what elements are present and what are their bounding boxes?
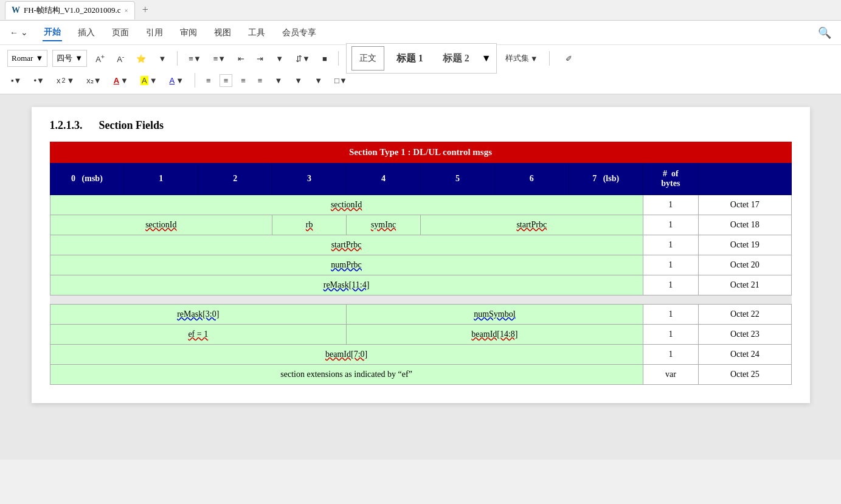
cell-bytes-2: 1 bbox=[643, 215, 698, 235]
font-decrease-icon: A- bbox=[117, 53, 124, 64]
ordered-list-button[interactable]: ≡▼ bbox=[210, 53, 229, 64]
cell-startprbc-2: startPrbc bbox=[420, 215, 643, 235]
font-decrease-button[interactable]: A- bbox=[113, 52, 128, 65]
menu-item-vip[interactable]: 会员专享 bbox=[281, 25, 317, 41]
cell-remask-11-4: reMask[11:4] bbox=[50, 275, 643, 295]
font-color-button[interactable]: ▼ bbox=[154, 53, 170, 64]
cell-bytes-t2-1: 1 bbox=[643, 305, 698, 325]
font-size-dropdown-icon: ▼ bbox=[75, 54, 83, 63]
cell-ef: ef = 1 bbox=[50, 325, 347, 345]
style-biaoti2-label: 标题 2 bbox=[443, 52, 469, 65]
align-right-button[interactable]: ≡ bbox=[237, 75, 249, 86]
beamid-7-0-text: beamId[7:0] bbox=[325, 350, 367, 359]
cell-octet-t2-1: Octet 22 bbox=[699, 305, 791, 325]
align-left-button[interactable]: ≡ bbox=[202, 75, 215, 86]
new-tab-button[interactable]: + bbox=[137, 4, 153, 16]
menu-item-view[interactable]: 视图 bbox=[213, 25, 232, 41]
cell-bytes-t2-4: var bbox=[643, 365, 698, 385]
numprbc-text: numPrbc bbox=[331, 260, 362, 269]
border-button[interactable]: □▼ bbox=[331, 75, 351, 86]
table-header-row: 0 (msb) 1 2 3 4 5 6 7 (lsb) # ofbytes bbox=[50, 163, 791, 195]
header-col-bytes: # ofbytes bbox=[643, 163, 698, 195]
align-center-button[interactable]: ≡ bbox=[220, 74, 233, 87]
cell-numprbc: numPrbc bbox=[50, 255, 643, 275]
style-set-button[interactable]: 样式集 ▼ bbox=[502, 52, 542, 65]
font-family-dropdown-icon: ▼ bbox=[35, 54, 43, 63]
header-col-3: 3 bbox=[272, 163, 347, 195]
menu-bar: ← ⌄ 开始 插入 页面 引用 审阅 视图 工具 会员专享 🔍 bbox=[0, 21, 841, 45]
header-col-7: 7 (lsb) bbox=[569, 163, 643, 195]
syminc-text: symInc bbox=[371, 220, 396, 229]
format-clear-button[interactable]: ⭐ bbox=[133, 53, 150, 64]
style-zhengwen-label: 正文 bbox=[359, 53, 376, 64]
font-color3-icon: A bbox=[170, 76, 175, 85]
cell-octet-5: Octet 21 bbox=[699, 275, 791, 295]
table-row-5: reMask[11:4] 1 Octet 21 bbox=[50, 275, 791, 295]
font-size-selector[interactable]: 四号 ▼ bbox=[52, 50, 87, 67]
rb-text: rb bbox=[306, 220, 313, 229]
remask-11-4-text: reMask[11:4] bbox=[324, 280, 370, 289]
back-button[interactable]: ← ⌄ bbox=[10, 27, 28, 38]
separator-4 bbox=[195, 73, 195, 88]
back-arrow-icon: ← ⌄ bbox=[10, 27, 28, 38]
startprbc-3-text: startPrbc bbox=[331, 240, 362, 249]
table2-row-3: beamId[7:0] 1 Octet 24 bbox=[50, 345, 791, 365]
vertical-align-button[interactable]: ▼ bbox=[271, 75, 286, 86]
table-row-2: sectionId rb symInc startPrbc 1 Octet 18 bbox=[50, 215, 791, 235]
ef-text: ef = 1 bbox=[188, 330, 208, 339]
line-spacing-button[interactable]: ⇵▼ bbox=[292, 53, 314, 64]
style-set-dropdown-icon: ▼ bbox=[530, 54, 538, 63]
startprbc-2-text: startPrbc bbox=[516, 220, 547, 229]
paragraph-spacing-button[interactable]: ▼ bbox=[291, 75, 306, 86]
header-col-2: 2 bbox=[198, 163, 272, 195]
table-title-cell: Section Type 1 : DL/UL control msgs bbox=[50, 142, 791, 163]
font-color2-button[interactable]: A▼ bbox=[110, 75, 132, 86]
cell-octet-t2-3: Octet 24 bbox=[699, 345, 791, 365]
special2-button[interactable]: ▼ bbox=[311, 75, 326, 86]
cell-bytes-4: 1 bbox=[643, 255, 698, 275]
menu-item-review[interactable]: 审阅 bbox=[179, 25, 198, 41]
increase-indent-button[interactable]: ⇥ bbox=[253, 53, 267, 64]
tab-item[interactable]: W FH-帧结构_V1.0_20201009.c × bbox=[5, 1, 135, 19]
menu-item-insert[interactable]: 插入 bbox=[77, 25, 96, 41]
menu-item-page[interactable]: 页面 bbox=[111, 25, 130, 41]
superscript-small-button[interactable]: ▪▼ bbox=[7, 75, 25, 86]
superscript-button[interactable]: x2▼ bbox=[53, 75, 78, 86]
tab-close-icon[interactable]: × bbox=[125, 7, 128, 14]
subscript-button[interactable]: x₂▼ bbox=[83, 75, 105, 86]
styles-area: 正文 标题 1 标题 2 ▼ bbox=[346, 43, 497, 74]
menu-item-reference[interactable]: 引用 bbox=[145, 25, 164, 41]
align-justify-button[interactable]: ≡ bbox=[254, 75, 266, 86]
menu-item-tools[interactable]: 工具 bbox=[247, 25, 266, 41]
table-button[interactable]: ■ bbox=[319, 53, 331, 64]
highlight-button[interactable]: A▼ bbox=[137, 75, 161, 86]
document-page: 1.2.1.3. Section Fields Section Type 1 :… bbox=[32, 107, 810, 403]
font-color3-button[interactable]: A▼ bbox=[166, 75, 188, 86]
menu-item-start[interactable]: 开始 bbox=[43, 24, 62, 41]
subscript-small-button[interactable]: •▼ bbox=[30, 75, 47, 86]
cell-startprbc-3: startPrbc bbox=[50, 235, 643, 255]
style-biaoti1[interactable]: 标题 1 bbox=[389, 46, 431, 71]
font-increase-button[interactable]: A+ bbox=[92, 52, 108, 65]
unordered-list-button[interactable]: ≡▼ bbox=[185, 53, 204, 64]
format-brush-icon: ✐ bbox=[566, 54, 572, 63]
table2-row-1: reMask[3:0] numSymbol 1 Octet 22 bbox=[50, 305, 791, 325]
header-col-5: 5 bbox=[420, 163, 494, 195]
table-title-row: Section Type 1 : DL/UL control msgs bbox=[50, 142, 791, 163]
font-family-selector[interactable]: Romar ▼ bbox=[7, 50, 47, 67]
header-col-6: 6 bbox=[494, 163, 569, 195]
cell-octet-t2-2: Octet 23 bbox=[699, 325, 791, 345]
style-zhengwen[interactable]: 正文 bbox=[351, 46, 384, 71]
cell-bytes-t2-2: 1 bbox=[643, 325, 698, 345]
subscript-small-icon: •▼ bbox=[33, 76, 44, 85]
beamid-14-8-text: beamId[14:8] bbox=[471, 330, 517, 339]
style-dropdown-icon[interactable]: ▼ bbox=[482, 53, 491, 64]
format-brush-button[interactable]: ✐ bbox=[562, 53, 576, 64]
special-format-button[interactable]: ▼ bbox=[272, 53, 287, 64]
header-col-0: 0 (msb) bbox=[50, 163, 124, 195]
decrease-indent-button[interactable]: ⇤ bbox=[234, 53, 248, 64]
style-biaoti2[interactable]: 标题 2 bbox=[435, 46, 477, 71]
font-family-value: Romar bbox=[12, 54, 33, 63]
search-button[interactable]: 🔍 bbox=[818, 26, 831, 40]
header-col-blank bbox=[699, 163, 791, 195]
